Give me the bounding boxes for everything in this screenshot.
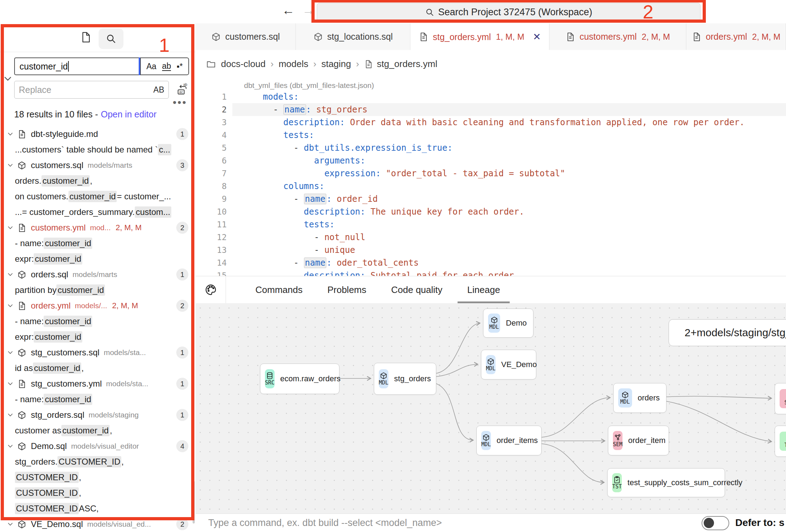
open-in-editor-link[interactable]: Open in editor xyxy=(101,109,156,119)
search-result-file-row[interactable]: dbt-styleguide.md1 xyxy=(0,126,195,142)
code-line-5[interactable]: 5 - dbt_utils.expression_is_true: xyxy=(195,142,786,154)
sidebar-scrollbar[interactable] xyxy=(193,481,195,523)
search-result-match-row[interactable]: - name: customer_id xyxy=(0,235,195,251)
command-input[interactable]: Type a command, ex. dbt build --select <… xyxy=(208,514,442,532)
breadcrumb-item[interactable]: models xyxy=(278,59,308,70)
search-result-match-row[interactable]: - name: customer_id xyxy=(0,392,195,407)
code-line-6[interactable]: 6 arguments: xyxy=(195,154,786,167)
search-result-file-row[interactable]: customers.sqlmodels/marts3 xyxy=(0,157,195,173)
code-line-11[interactable]: 11 tests: xyxy=(195,218,786,231)
lineage-node-test_supply_costs_sum_correctly[interactable]: TSTtest_supply_costs_sum_correctly xyxy=(607,468,725,497)
match-case-button[interactable]: Aa xyxy=(146,62,156,71)
chevron-down-icon[interactable] xyxy=(6,411,14,419)
model-cube-icon xyxy=(17,520,27,529)
search-result-match-row[interactable]: id as customer_id, xyxy=(0,360,195,376)
regex-button[interactable]: ▪* xyxy=(177,62,183,71)
search-view-button[interactable] xyxy=(99,28,123,49)
match-highlight: customer_id xyxy=(34,253,82,265)
code-line-15[interactable]: 15 description: Subtotal paid for each o… xyxy=(195,269,786,276)
more-options-button[interactable]: ••• xyxy=(173,96,187,109)
search-result-file-row[interactable]: orders.sqlmodels/marts1 xyxy=(0,267,195,282)
lineage-node-cut1[interactable]: SEM xyxy=(775,383,786,414)
search-result-match-row[interactable]: expr: customer_id xyxy=(0,329,195,345)
code-line-14[interactable]: 14 - name: oder_total_cents xyxy=(195,256,786,269)
panel-tab-lineage[interactable]: Lineage xyxy=(455,276,513,303)
search-result-match-row[interactable]: partition by customer_id xyxy=(0,282,195,298)
file-explorer-icon[interactable] xyxy=(80,31,92,43)
replace-input[interactable]: Replace AB xyxy=(14,81,169,99)
chevron-down-icon[interactable] xyxy=(6,271,14,278)
search-result-file-row[interactable]: stg_customers.sqlmodels/sta...1 xyxy=(0,345,195,360)
code-line-13[interactable]: 13 - unique xyxy=(195,244,786,256)
search-result-match-row[interactable]: CUSTOMER_ID ASC, xyxy=(0,501,195,516)
chevron-down-icon[interactable] xyxy=(6,224,14,232)
search-result-file-row[interactable]: stg_customers.ymlmodels/sta...1 xyxy=(0,376,195,392)
file-doc-icon xyxy=(419,32,428,42)
search-result-file-row[interactable]: VE_Demo.sqlmodels/visual_ed...2 xyxy=(0,516,195,532)
lineage-group-node[interactable]: 2+models/staging/stg_or xyxy=(669,319,786,346)
chevron-down-icon[interactable] xyxy=(6,161,14,169)
breadcrumb-item[interactable]: staging xyxy=(321,59,351,70)
chevron-down-icon[interactable] xyxy=(6,302,14,310)
forward-arrow-icon[interactable]: → xyxy=(302,3,315,18)
chevron-down-icon[interactable] xyxy=(6,520,14,528)
search-result-match-row[interactable]: ...= customer_orders_summary.custom... xyxy=(0,204,195,220)
lineage-canvas[interactable]: 2+models/staging/stg_or SRCecom.raw_orde… xyxy=(195,303,786,514)
search-result-file-row[interactable]: orders.ymlmodels/...2, M, M2 xyxy=(0,298,195,314)
search-result-match-row[interactable]: orders.customer_id, xyxy=(0,173,195,189)
search-result-file-row[interactable]: stg_orders.sqlmodels/staging1 xyxy=(0,407,195,423)
code-line-2[interactable]: 2 - name: stg_orders xyxy=(195,103,786,116)
toggle-replace-chevron-icon[interactable] xyxy=(2,73,13,84)
search-result-match-row[interactable]: expr: customer_id xyxy=(0,251,195,267)
search-result-file-row[interactable]: Demo.sqlmodels/visual_editor4 xyxy=(0,438,195,454)
tab-customers-sql[interactable]: customers.sql xyxy=(195,23,296,50)
tab-orders-yml[interactable]: orders.yml2, M, M xyxy=(686,23,786,50)
code-line-7[interactable]: 7 expression: "order_total - tax_paid = … xyxy=(195,167,786,180)
search-result-match-row[interactable]: ...customers` table should be named `c..… xyxy=(0,142,195,157)
code-line-9[interactable]: 9 - name: order_id xyxy=(195,193,786,205)
defer-toggle[interactable] xyxy=(702,516,729,530)
lineage-node-order_items[interactable]: MDLorder_items xyxy=(476,426,542,455)
search-result-match-row[interactable]: stg_orders.CUSTOMER_ID, xyxy=(0,454,195,470)
lineage-node-VE_Demo[interactable]: MDLVE_Demo xyxy=(481,350,536,379)
breadcrumb-file[interactable]: stg_orders.yml xyxy=(364,59,437,70)
lineage-node-ecom.raw_orders[interactable]: SRCecom.raw_orders xyxy=(260,364,339,394)
code-line-3[interactable]: 3 description: Order data with basic cle… xyxy=(195,116,786,129)
panel-tab-problems[interactable]: Problems xyxy=(315,276,379,303)
line-text: tests: xyxy=(263,220,334,229)
breadcrumb-item[interactable]: docs-cloud xyxy=(221,59,266,70)
search-result-match-row[interactable]: customer as customer_id, xyxy=(0,423,195,438)
panel-tab-code-quality[interactable]: Code quality xyxy=(379,276,455,303)
tab-stg_orders-yml[interactable]: stg_orders.yml1, M, M✕ xyxy=(410,23,549,50)
chevron-down-icon[interactable] xyxy=(6,130,14,138)
tab-stg_locations-sql[interactable]: stg_locations.sql xyxy=(296,23,410,50)
chevron-down-icon[interactable] xyxy=(6,349,14,356)
lineage-node-cut2[interactable]: TST xyxy=(775,426,786,457)
replace-all-icon[interactable]: acab xyxy=(175,82,189,96)
search-result-match-row[interactable]: on customers.customer_id = customer_... xyxy=(0,189,195,204)
code-line-1[interactable]: 1models: xyxy=(195,90,786,103)
find-input[interactable]: customer_id xyxy=(14,57,139,75)
search-result-match-row[interactable]: CUSTOMER_ID, xyxy=(0,470,195,485)
lineage-node-order_item[interactable]: SEMorder_item xyxy=(608,426,669,455)
chevron-down-icon[interactable] xyxy=(6,380,14,388)
code-line-12[interactable]: 12 - not_null xyxy=(195,231,786,244)
close-icon[interactable]: ✕ xyxy=(533,31,541,43)
code-line-8[interactable]: 8 columns: xyxy=(195,180,786,193)
palette-cell[interactable] xyxy=(195,276,226,303)
search-result-match-row[interactable]: - name: customer_id xyxy=(0,314,195,329)
panel-tab-commands[interactable]: Commands xyxy=(243,276,315,303)
lineage-node-Demo[interactable]: MDLDemo xyxy=(483,309,533,338)
code-editor[interactable]: docs-cloud›models›staging›stg_orders.yml… xyxy=(195,50,786,276)
back-arrow-icon[interactable]: ← xyxy=(282,3,295,18)
search-result-match-row[interactable]: CUSTOMER_ID, xyxy=(0,485,195,501)
tab-customers-yml[interactable]: customers.yml2, M, M xyxy=(549,23,686,50)
code-line-10[interactable]: 10 description: The unique key for each … xyxy=(195,205,786,218)
chevron-down-icon[interactable] xyxy=(6,442,14,450)
lineage-node-stg_orders[interactable]: MDLstg_orders xyxy=(374,363,436,395)
preserve-case-button[interactable]: AB xyxy=(153,85,164,95)
search-result-file-row[interactable]: customers.ymlmod...2, M, M2 xyxy=(0,220,195,235)
code-line-4[interactable]: 4 tests: xyxy=(195,129,786,142)
whole-word-button[interactable]: ab xyxy=(162,62,171,71)
lineage-node-orders[interactable]: MDLorders xyxy=(613,383,666,413)
